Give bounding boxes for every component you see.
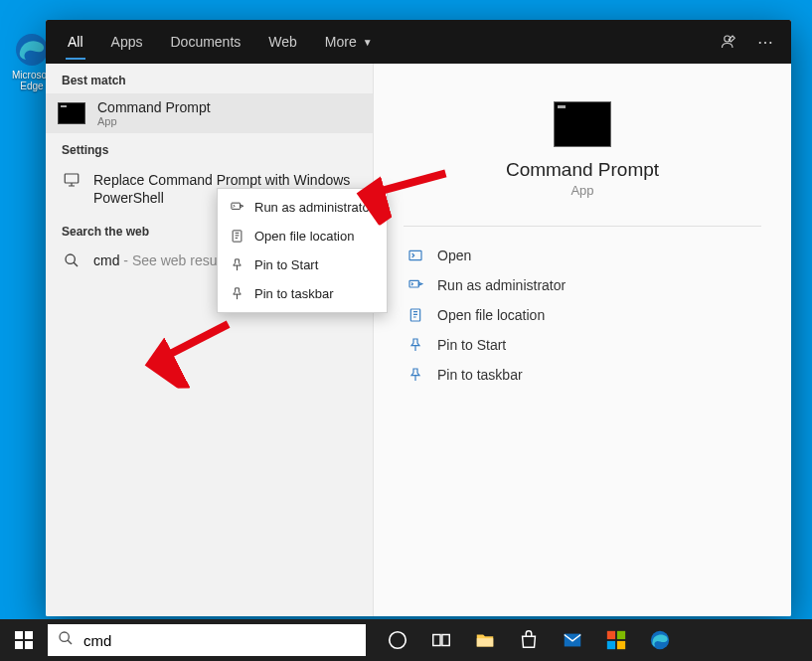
web-query: cmd xyxy=(93,252,119,268)
preview-title: Command Prompt xyxy=(404,159,761,181)
preview-cmd-icon xyxy=(554,101,611,147)
svg-rect-22 xyxy=(617,631,625,639)
svg-rect-13 xyxy=(15,641,23,649)
svg-rect-2 xyxy=(65,174,79,183)
start-button[interactable] xyxy=(0,619,48,661)
menu-label: Run as administrator xyxy=(254,200,374,215)
result-subtitle: App xyxy=(97,115,361,127)
search-icon xyxy=(62,252,81,268)
svg-rect-12 xyxy=(25,631,33,639)
context-menu: Run as administrator Open file location … xyxy=(217,188,388,313)
svg-rect-4 xyxy=(232,203,241,209)
feedback-icon[interactable] xyxy=(712,24,747,60)
more-options-icon[interactable]: ⋯ xyxy=(747,24,783,60)
search-tabs: All Apps Documents Web More ▼ ⋯ xyxy=(46,20,791,64)
svg-rect-5 xyxy=(233,231,242,242)
monitor-icon xyxy=(62,171,81,189)
tab-documents[interactable]: Documents xyxy=(156,20,254,64)
edge-icon xyxy=(14,32,50,68)
tab-apps[interactable]: Apps xyxy=(97,20,157,64)
chevron-down-icon: ▼ xyxy=(363,37,373,48)
svg-rect-14 xyxy=(25,641,33,649)
svg-rect-6 xyxy=(409,250,421,259)
action-label: Open xyxy=(437,248,471,263)
section-best-match: Best match xyxy=(46,64,373,93)
svg-rect-18 xyxy=(442,635,449,646)
menu-label: Pin to Start xyxy=(254,257,318,272)
tab-all[interactable]: All xyxy=(54,20,97,64)
svg-rect-11 xyxy=(15,631,23,639)
svg-line-9 xyxy=(369,151,445,216)
taskbar-taskview-icon[interactable] xyxy=(419,619,463,661)
action-label: Open file location xyxy=(437,307,545,323)
section-settings: Settings xyxy=(46,133,373,163)
svg-rect-8 xyxy=(410,309,419,321)
search-icon xyxy=(58,630,74,650)
divider xyxy=(404,226,761,227)
svg-rect-21 xyxy=(607,631,615,639)
svg-point-15 xyxy=(60,632,69,641)
menu-open-file-location[interactable]: Open file location xyxy=(218,222,387,250)
action-open-file-location[interactable]: Open file location xyxy=(404,300,761,330)
start-search-panel: All Apps Documents Web More ▼ ⋯ Best mat… xyxy=(46,20,791,616)
web-suffix: - See web results xyxy=(119,252,231,268)
taskbar-store-icon[interactable] xyxy=(507,619,551,661)
result-command-prompt[interactable]: Command Prompt App xyxy=(46,93,373,133)
taskbar-edge-icon[interactable] xyxy=(638,619,682,661)
menu-label: Open file location xyxy=(254,229,354,244)
action-label: Pin to taskbar xyxy=(437,367,523,383)
action-label: Pin to Start xyxy=(437,337,506,353)
action-run-as-admin[interactable]: Run as administrator xyxy=(404,270,761,300)
tab-more[interactable]: More ▼ xyxy=(311,20,387,64)
svg-rect-17 xyxy=(433,635,440,646)
action-pin-to-taskbar[interactable]: Pin to taskbar xyxy=(404,360,761,390)
svg-rect-19 xyxy=(477,638,494,646)
taskbar-cortana-icon[interactable] xyxy=(376,619,419,661)
taskbar-search-input[interactable] xyxy=(83,632,356,649)
taskbar-explorer-icon[interactable] xyxy=(463,619,507,661)
taskbar-mail-icon[interactable] xyxy=(551,619,594,661)
taskbar xyxy=(0,619,812,661)
cmd-thumb-icon xyxy=(58,102,85,124)
tab-web[interactable]: Web xyxy=(254,20,311,64)
menu-label: Pin to taskbar xyxy=(254,286,334,301)
taskbar-search-box[interactable] xyxy=(48,624,366,656)
action-pin-to-start[interactable]: Pin to Start xyxy=(404,330,761,360)
svg-rect-24 xyxy=(617,641,625,649)
menu-pin-to-start[interactable]: Pin to Start xyxy=(218,250,387,279)
result-title: Command Prompt xyxy=(97,99,361,115)
menu-pin-to-taskbar[interactable]: Pin to taskbar xyxy=(218,279,387,308)
tab-more-label: More xyxy=(325,34,357,50)
action-open[interactable]: Open xyxy=(404,241,761,270)
preview-subtitle: App xyxy=(404,183,761,198)
taskbar-office-icon[interactable] xyxy=(594,619,638,661)
preview-pane: Command Prompt App Open Run as administr… xyxy=(374,64,791,616)
svg-point-16 xyxy=(390,632,406,649)
svg-rect-7 xyxy=(409,280,418,287)
action-label: Run as administrator xyxy=(437,277,566,293)
svg-rect-23 xyxy=(607,641,615,649)
svg-point-3 xyxy=(66,254,75,263)
